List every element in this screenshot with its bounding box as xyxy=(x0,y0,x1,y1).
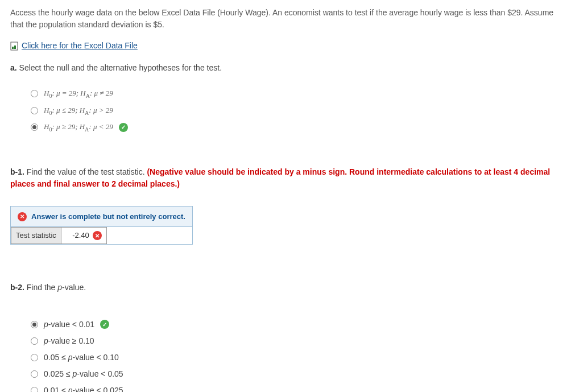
radio-button[interactable] xyxy=(31,123,38,131)
pvalue-option-1[interactable]: p-value ≥ 0.10 xyxy=(31,335,561,347)
test-statistic-value: -2.40 xyxy=(72,230,89,241)
test-statistic-value-cell: -2.40 ✕ xyxy=(61,228,106,244)
part-b2-prefix: b-2. xyxy=(10,283,24,292)
test-statistic-label: Test statistic xyxy=(11,228,61,244)
part-b2-p-italic: p xyxy=(57,283,62,292)
part-b2-text-suffix: -value. xyxy=(62,283,86,292)
file-link-row: Click here for the Excel Data File xyxy=(10,40,561,52)
answer-table: Test statistic -2.40 ✕ xyxy=(11,227,107,244)
hypothesis-option-1[interactable]: H0: μ ≤ 29; HA: μ > 29 xyxy=(31,105,561,117)
radio-button[interactable] xyxy=(31,370,38,378)
check-circle-icon: ✓ xyxy=(119,123,128,132)
pvalue-option-2[interactable]: 0.05 ≤ p-value < 0.10 xyxy=(31,352,561,364)
pvalue-option-0[interactable]: p-value < 0.01✓ xyxy=(31,319,561,331)
x-circle-icon: ✕ xyxy=(18,212,27,221)
svg-rect-2 xyxy=(14,46,16,49)
pvalue-label: 0.025 ≤ p-value < 0.05 xyxy=(44,368,123,380)
feedback-text: Answer is complete but not entirely corr… xyxy=(31,211,185,222)
part-b2-radio-group: p-value < 0.01✓p-value ≥ 0.100.05 ≤ p-va… xyxy=(31,319,561,392)
part-a-text: Select the null and the alternative hypo… xyxy=(17,63,222,72)
feedback-box: ✕ Answer is complete but not entirely co… xyxy=(10,206,193,245)
part-b1-text: Find the value of the test statistic. xyxy=(24,167,147,176)
hypothesis-label: H0: μ = 29; HA: μ ≠ 29 xyxy=(44,88,113,100)
radio-button[interactable] xyxy=(31,107,38,114)
feedback-header: ✕ Answer is complete but not entirely co… xyxy=(11,207,192,228)
intro-text: Access the hourly wage data on the below… xyxy=(10,7,561,31)
radio-button[interactable] xyxy=(31,321,38,328)
excel-file-link[interactable]: Click here for the Excel Data File xyxy=(22,40,138,52)
hypothesis-option-0[interactable]: H0: μ = 29; HA: μ ≠ 29 xyxy=(31,88,561,100)
pvalue-label: p-value < 0.01 xyxy=(44,319,94,331)
pvalue-label: p-value ≥ 0.10 xyxy=(44,335,94,347)
pvalue-option-4[interactable]: 0.01 ≤ p-value < 0.025 xyxy=(31,385,561,392)
part-b2-prompt: b-2. Find the p-value. xyxy=(10,282,561,294)
svg-rect-1 xyxy=(12,47,14,49)
part-a-radio-group: H0: μ = 29; HA: μ ≠ 29H0: μ ≤ 29; HA: μ … xyxy=(31,88,561,134)
pvalue-option-3[interactable]: 0.025 ≤ p-value < 0.05 xyxy=(31,368,561,380)
hypothesis-option-2[interactable]: H0: μ ≥ 29; HA: μ < 29✓ xyxy=(31,121,561,134)
radio-button[interactable] xyxy=(31,337,38,345)
hypothesis-label: H0: μ ≤ 29; HA: μ > 29 xyxy=(44,105,113,117)
x-circle-icon: ✕ xyxy=(93,231,102,240)
radio-button[interactable] xyxy=(31,90,38,97)
part-a-prompt: a. Select the null and the alternative h… xyxy=(10,62,561,74)
part-b2-text-prefix: Find the xyxy=(24,283,57,292)
pvalue-label: 0.01 ≤ p-value < 0.025 xyxy=(44,385,123,392)
radio-button[interactable] xyxy=(31,387,38,392)
pvalue-label: 0.05 ≤ p-value < 0.10 xyxy=(44,352,119,364)
part-a-prefix: a. xyxy=(10,63,17,72)
part-b1-prompt: b-1. Find the value of the test statisti… xyxy=(10,166,561,190)
table-row: Test statistic -2.40 ✕ xyxy=(11,228,107,244)
excel-file-icon xyxy=(10,42,18,51)
radio-button[interactable] xyxy=(31,354,38,361)
check-circle-icon: ✓ xyxy=(100,320,109,329)
hypothesis-label: H0: μ ≥ 29; HA: μ < 29 xyxy=(44,121,113,134)
part-b1-prefix: b-1. xyxy=(10,167,24,176)
